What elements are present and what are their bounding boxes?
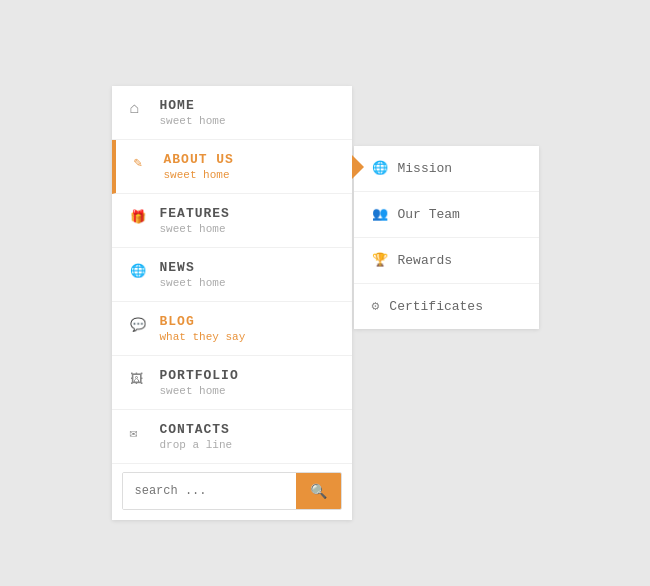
certificates-label: Certificates [389, 299, 483, 314]
mission-label: Mission [398, 161, 453, 176]
about-icon [134, 154, 154, 172]
menu-item-home[interactable]: HOME sweet home [112, 86, 352, 140]
features-title: FEATURES [160, 206, 230, 221]
news-sub: sweet home [160, 277, 226, 289]
blog-text: BLOG what they say [160, 314, 246, 343]
submenu-item-rewards[interactable]: Rewards [354, 238, 539, 284]
features-sub: sweet home [160, 223, 230, 235]
news-text: NEWS sweet home [160, 260, 226, 289]
menu-item-about-us[interactable]: ABOUT US sweet home [112, 140, 352, 194]
home-title: HOME [160, 98, 226, 113]
home-icon [130, 100, 150, 118]
submenu-item-mission[interactable]: Mission [354, 146, 539, 192]
search-input[interactable] [123, 473, 296, 509]
blog-sub: what they say [160, 331, 246, 343]
blog-icon [130, 316, 150, 334]
main-menu: HOME sweet home ABOUT US sweet home FEAT… [112, 86, 352, 520]
submenu-item-our-team[interactable]: Our Team [354, 192, 539, 238]
mission-icon [372, 160, 388, 177]
menu-item-contacts[interactable]: CONTACTS drop a line [112, 410, 352, 464]
about-text: ABOUT US sweet home [164, 152, 234, 181]
search-button[interactable]: 🔍 [296, 473, 341, 509]
team-label: Our Team [398, 207, 460, 222]
about-sub: sweet home [164, 169, 234, 181]
search-area: 🔍 [122, 472, 342, 510]
team-icon [372, 206, 388, 223]
portfolio-text: PORTFOLIO sweet home [160, 368, 239, 397]
news-title: NEWS [160, 260, 226, 275]
portfolio-title: PORTFOLIO [160, 368, 239, 383]
main-container: HOME sweet home ABOUT US sweet home FEAT… [112, 86, 539, 520]
menu-item-portfolio[interactable]: PORTFOLIO sweet home [112, 356, 352, 410]
certificates-icon [372, 298, 380, 315]
home-text: HOME sweet home [160, 98, 226, 127]
active-arrow [352, 155, 364, 179]
submenu: Mission Our Team Rewards Certificates [354, 146, 539, 329]
menu-item-news[interactable]: NEWS sweet home [112, 248, 352, 302]
home-sub: sweet home [160, 115, 226, 127]
features-icon [130, 208, 150, 226]
submenu-item-certificates[interactable]: Certificates [354, 284, 539, 329]
news-icon [130, 262, 150, 280]
rewards-label: Rewards [398, 253, 453, 268]
blog-title: BLOG [160, 314, 246, 329]
menu-item-features[interactable]: FEATURES sweet home [112, 194, 352, 248]
menu-item-blog[interactable]: BLOG what they say [112, 302, 352, 356]
portfolio-icon [130, 370, 150, 388]
search-icon: 🔍 [310, 483, 327, 499]
contacts-title: CONTACTS [160, 422, 233, 437]
features-text: FEATURES sweet home [160, 206, 230, 235]
rewards-icon [372, 252, 388, 269]
contacts-icon [130, 424, 150, 442]
portfolio-sub: sweet home [160, 385, 239, 397]
about-title: ABOUT US [164, 152, 234, 167]
contacts-text: CONTACTS drop a line [160, 422, 233, 451]
contacts-sub: drop a line [160, 439, 233, 451]
